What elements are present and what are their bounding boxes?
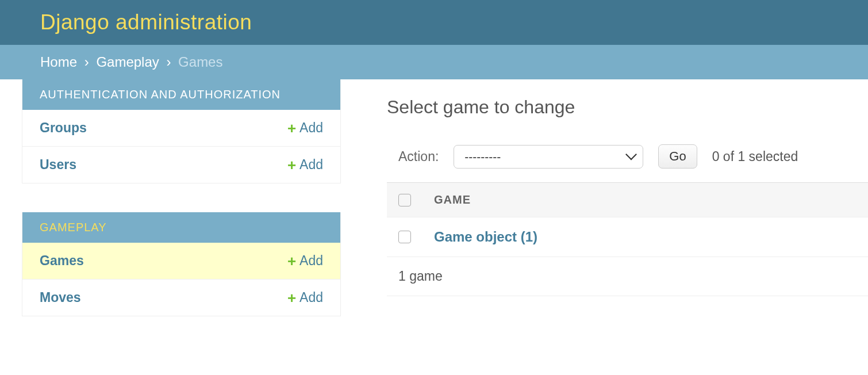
model-link-games[interactable]: Games	[40, 253, 84, 269]
breadcrumb-home[interactable]: Home	[40, 54, 77, 70]
column-header-game[interactable]: GAME	[434, 193, 471, 206]
sidebar-item-groups: Groups + Add	[22, 110, 340, 147]
add-label: Add	[299, 157, 323, 173]
breadcrumb-sep: ›	[166, 54, 171, 70]
add-link-moves[interactable]: + Add	[287, 290, 323, 305]
add-label: Add	[299, 253, 323, 269]
breadcrumb: Home › Gameplay › Games	[0, 45, 868, 79]
action-select[interactable]: ---------	[454, 145, 643, 169]
sidebar-section-gameplay: GAMEPLAY Games + Add Moves + Add	[22, 212, 341, 316]
plus-icon: +	[287, 254, 296, 269]
add-link-games[interactable]: + Add	[287, 253, 323, 269]
plus-icon: +	[287, 121, 296, 136]
sidebar: AUTHENTICATION AND AUTHORIZATION Groups …	[22, 79, 341, 345]
breadcrumb-current: Games	[178, 54, 222, 70]
add-link-groups[interactable]: + Add	[287, 120, 323, 136]
table-row: Game object (1)	[387, 217, 868, 257]
sidebar-item-moves: Moves + Add	[22, 280, 340, 316]
model-link-groups[interactable]: Groups	[40, 120, 87, 136]
sidebar-item-users: Users + Add	[22, 147, 340, 183]
content: Select game to change Action: --------- …	[341, 79, 868, 345]
paginator: 1 game	[387, 257, 868, 296]
sidebar-caption-auth[interactable]: AUTHENTICATION AND AUTHORIZATION	[22, 79, 340, 110]
header: Django administration	[0, 0, 868, 45]
add-link-users[interactable]: + Add	[287, 157, 323, 173]
actions-bar: Action: --------- Go 0 of 1 selected	[387, 144, 868, 169]
add-label: Add	[299, 290, 323, 305]
plus-icon: +	[287, 290, 296, 305]
results-table: GAME Game object (1)	[387, 182, 868, 257]
select-all-checkbox[interactable]	[398, 194, 411, 206]
go-button[interactable]: Go	[658, 144, 697, 169]
action-label: Action:	[398, 149, 439, 164]
breadcrumb-app[interactable]: Gameplay	[96, 54, 159, 70]
site-title[interactable]: Django administration	[40, 10, 828, 35]
model-link-users[interactable]: Users	[40, 157, 76, 173]
main: AUTHENTICATION AND AUTHORIZATION Groups …	[0, 79, 868, 345]
plus-icon: +	[287, 158, 296, 173]
model-link-moves[interactable]: Moves	[40, 290, 81, 305]
selection-counter: 0 of 1 selected	[712, 149, 798, 164]
row-checkbox[interactable]	[398, 231, 411, 243]
row-link-game-object[interactable]: Game object (1)	[434, 229, 537, 245]
sidebar-section-auth: AUTHENTICATION AND AUTHORIZATION Groups …	[22, 79, 341, 183]
add-label: Add	[299, 120, 323, 136]
action-select-wrap: ---------	[454, 145, 643, 169]
breadcrumb-sep: ›	[85, 54, 89, 70]
sidebar-item-games: Games + Add	[22, 243, 340, 280]
page-title: Select game to change	[387, 97, 868, 118]
sidebar-caption-gameplay[interactable]: GAMEPLAY	[22, 212, 340, 243]
table-header-row: GAME	[387, 183, 868, 217]
